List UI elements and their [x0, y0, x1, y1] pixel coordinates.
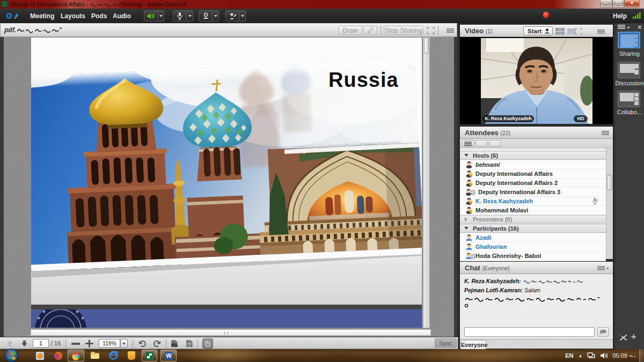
svg-text:Russia: Russia	[328, 69, 399, 91]
